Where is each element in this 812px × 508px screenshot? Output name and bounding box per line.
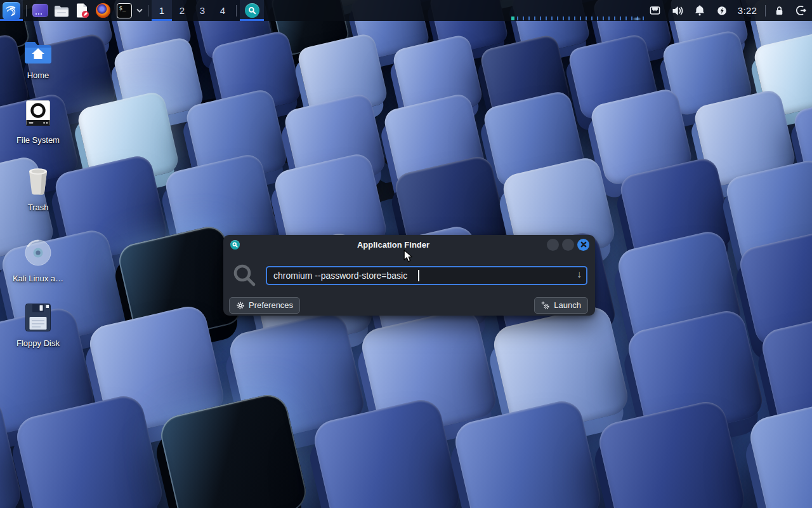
qterminal-icon bbox=[32, 4, 48, 17]
application-finder-icon bbox=[230, 240, 240, 250]
desktop-icon-floppy[interactable]: Floppy Disk bbox=[8, 302, 69, 348]
application-finder-icon bbox=[245, 3, 259, 18]
desktop-icon-trash[interactable]: Trash bbox=[8, 166, 69, 212]
workspace-1-label: 1 bbox=[159, 5, 164, 16]
desktop-icon-file-system[interactable]: File System bbox=[8, 99, 69, 145]
workspace-3[interactable]: 3 bbox=[192, 0, 213, 21]
command-input[interactable] bbox=[266, 266, 587, 285]
gear-icon bbox=[236, 301, 245, 310]
panel-clock[interactable]: 3:22 bbox=[733, 0, 762, 21]
launch-label: Launch bbox=[554, 300, 581, 310]
logout-button[interactable] bbox=[789, 0, 812, 21]
close-icon bbox=[580, 241, 587, 248]
volume-icon bbox=[671, 4, 684, 17]
trash-icon bbox=[26, 166, 50, 196]
file-manager-icon bbox=[54, 4, 69, 17]
workspace-1[interactable]: 1 bbox=[152, 0, 172, 21]
launcher-file-manager[interactable] bbox=[51, 0, 72, 21]
hard-drive-icon bbox=[26, 100, 50, 128]
workspace-2[interactable]: 2 bbox=[172, 0, 192, 21]
optical-disc-icon bbox=[24, 239, 52, 267]
workspace-4-label: 4 bbox=[220, 5, 225, 16]
preferences-button[interactable]: Preferences bbox=[229, 297, 300, 314]
terminal-icon: $_ bbox=[117, 3, 132, 18]
desktop-icon-label: Kali Linux a… bbox=[13, 274, 63, 283]
history-dropdown-icon[interactable]: ↓ bbox=[577, 269, 582, 280]
lock-icon bbox=[774, 5, 785, 17]
close-button[interactable] bbox=[577, 239, 589, 251]
logout-icon bbox=[795, 4, 807, 17]
power-manager-applet[interactable] bbox=[710, 0, 733, 21]
desktop-icon-home[interactable]: Home bbox=[8, 34, 69, 80]
network-icon bbox=[649, 4, 661, 17]
application-finder-window: Application Finder ↓ bbox=[223, 235, 595, 316]
lock-screen-button[interactable] bbox=[769, 0, 789, 21]
panel-separator bbox=[236, 5, 237, 17]
workspace-4[interactable]: 4 bbox=[213, 0, 233, 21]
power-icon bbox=[716, 5, 728, 17]
network-applet[interactable] bbox=[644, 0, 666, 21]
launch-icon bbox=[541, 301, 550, 310]
preferences-label: Preferences bbox=[249, 300, 293, 310]
maximize-button[interactable] bbox=[562, 239, 574, 251]
text-caret bbox=[418, 270, 419, 281]
taskbar-application-finder[interactable] bbox=[240, 0, 264, 21]
panel-separator bbox=[765, 5, 766, 17]
launcher-dropdown[interactable] bbox=[134, 0, 145, 21]
panel-separator bbox=[148, 5, 148, 17]
workspace-2-label: 2 bbox=[180, 5, 185, 16]
workspace-3-label: 3 bbox=[200, 5, 205, 16]
panel-tray: 3:22 bbox=[644, 0, 812, 21]
top-panel: $_ 1 2 3 4 bbox=[0, 0, 812, 21]
desktop-icon-label: Trash bbox=[28, 203, 49, 212]
firefox-icon bbox=[96, 3, 110, 18]
desktop-icon-label: File System bbox=[16, 135, 60, 145]
floppy-icon bbox=[25, 304, 51, 331]
desktop-icon-label: Floppy Disk bbox=[16, 338, 60, 348]
text-editor-icon bbox=[75, 3, 89, 18]
wallpaper-glint-strip bbox=[511, 17, 646, 20]
launch-button[interactable]: Launch bbox=[534, 297, 588, 314]
search-icon bbox=[231, 262, 259, 289]
launcher-firefox[interactable] bbox=[93, 0, 114, 21]
applications-menu-button[interactable] bbox=[0, 0, 23, 21]
mouse-cursor bbox=[403, 250, 413, 263]
kali-menu-icon bbox=[3, 2, 20, 20]
launcher-terminal[interactable]: $_ bbox=[114, 0, 134, 21]
window-title: Application Finder bbox=[240, 240, 547, 250]
notifications-applet[interactable] bbox=[688, 0, 710, 21]
bell-icon bbox=[694, 4, 705, 17]
desktop-icon-label: Home bbox=[27, 70, 49, 80]
desktop-icon-kali-cdrom[interactable]: Kali Linux a… bbox=[8, 237, 69, 283]
launcher-qterminal[interactable] bbox=[30, 0, 51, 21]
minimize-button[interactable] bbox=[547, 239, 559, 251]
chevron-down-icon bbox=[136, 8, 143, 13]
panel-separator bbox=[26, 5, 27, 17]
home-folder-icon bbox=[23, 39, 53, 64]
launcher-text-editor[interactable] bbox=[72, 0, 93, 21]
volume-applet[interactable] bbox=[666, 0, 688, 21]
